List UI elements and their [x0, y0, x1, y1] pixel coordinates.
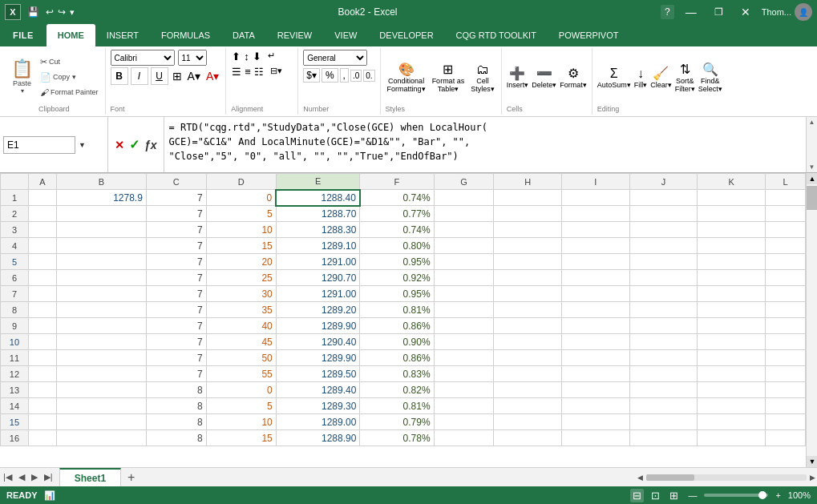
copy-btn[interactable]: 📄Copy ▾ — [38, 71, 100, 84]
cell-b15[interactable] — [56, 414, 146, 430]
cell-l5[interactable] — [766, 254, 806, 270]
cell-h11[interactable] — [494, 350, 562, 366]
cell-e7[interactable]: 1291.00 — [276, 286, 360, 302]
cell-d14[interactable]: 5 — [206, 398, 276, 414]
font-size-select[interactable]: 11 — [178, 50, 207, 66]
cell-c8[interactable]: 7 — [146, 302, 206, 318]
col-header-a[interactable]: A — [28, 174, 56, 190]
cell-g13[interactable] — [434, 382, 494, 398]
cell-e3[interactable]: 1288.30 — [276, 222, 360, 238]
cell-e8[interactable]: 1289.20 — [276, 302, 360, 318]
cell-i5[interactable] — [562, 254, 630, 270]
cell-j14[interactable] — [629, 398, 698, 414]
cell-e13[interactable]: 1289.40 — [276, 382, 360, 398]
cell-l13[interactable] — [766, 382, 806, 398]
paste-btn[interactable]: 📋 Paste ▾ — [8, 57, 36, 96]
spreadsheet-scroll-area[interactable]: A B C D E F G H I J K L — [0, 173, 806, 467]
cell-e4[interactable]: 1289.10 — [276, 238, 360, 254]
cell-d12[interactable]: 55 — [206, 366, 276, 382]
cell-i14[interactable] — [562, 398, 630, 414]
cell-f9[interactable]: 0.86% — [360, 318, 434, 334]
cell-e14[interactable]: 1289.30 — [276, 398, 360, 414]
help-btn[interactable]: ? — [661, 5, 674, 19]
cell-j16[interactable] — [629, 430, 698, 446]
increase-decimal-btn[interactable]: .0 — [350, 70, 362, 82]
format-cells-btn[interactable]: ⚙Format▾ — [560, 66, 587, 89]
cell-i15[interactable] — [562, 414, 630, 430]
cell-f7[interactable]: 0.95% — [360, 286, 434, 302]
cell-c7[interactable]: 7 — [146, 286, 206, 302]
insert-function-btn[interactable]: ƒx — [144, 139, 157, 151]
cell-b10[interactable] — [56, 334, 146, 350]
cell-h9[interactable] — [494, 318, 562, 334]
cell-l8[interactable] — [766, 302, 806, 318]
cell-l16[interactable] — [766, 430, 806, 446]
col-header-g[interactable]: G — [434, 174, 494, 190]
cell-j2[interactable] — [629, 206, 698, 222]
cell-h4[interactable] — [494, 238, 562, 254]
cell-g12[interactable] — [434, 366, 494, 382]
cell-a5[interactable] — [28, 254, 56, 270]
cell-j10[interactable] — [629, 334, 698, 350]
format-table-btn[interactable]: ⊞Format asTable▾ — [431, 60, 467, 95]
cell-d4[interactable]: 15 — [206, 238, 276, 254]
formula-scroll-up-btn[interactable]: ▲ — [809, 119, 815, 126]
cell-a13[interactable] — [28, 382, 56, 398]
tab-view[interactable]: VIEW — [323, 24, 368, 46]
col-header-l[interactable]: L — [766, 174, 806, 190]
cell-l7[interactable] — [766, 286, 806, 302]
italic-btn[interactable]: I — [131, 67, 148, 85]
cell-k15[interactable] — [698, 414, 766, 430]
cell-g3[interactable] — [434, 222, 494, 238]
cut-btn[interactable]: ✂Cut — [38, 55, 100, 69]
cell-b9[interactable] — [56, 318, 146, 334]
decrease-decimal-btn[interactable]: 0. — [363, 70, 374, 82]
cell-g15[interactable] — [434, 414, 494, 430]
cell-g10[interactable] — [434, 334, 494, 350]
cell-d1[interactable]: 0 — [206, 190, 276, 206]
confirm-formula-btn[interactable]: ✓ — [129, 137, 140, 152]
sheet-nav-first-btn[interactable]: |◀ — [0, 470, 15, 484]
cell-a7[interactable] — [28, 286, 56, 302]
cell-j6[interactable] — [629, 270, 698, 286]
col-header-j[interactable]: J — [629, 174, 698, 190]
cell-k12[interactable] — [698, 366, 766, 382]
cell-f11[interactable]: 0.86% — [360, 350, 434, 366]
col-header-c[interactable]: C — [146, 174, 206, 190]
cell-l12[interactable] — [766, 366, 806, 382]
cell-e9[interactable]: 1289.90 — [276, 318, 360, 334]
cancel-formula-btn[interactable]: ✕ — [115, 139, 124, 151]
cell-h14[interactable] — [494, 398, 562, 414]
cell-j1[interactable] — [629, 190, 698, 206]
cell-f1[interactable]: 0.74% — [360, 190, 434, 206]
cell-f3[interactable]: 0.74% — [360, 222, 434, 238]
formula-text[interactable]: = RTD("cqg.rtd","StudyData","Close(GCE) … — [169, 120, 801, 169]
cell-f6[interactable]: 0.92% — [360, 270, 434, 286]
save-quick-btn[interactable]: 💾 — [25, 6, 42, 18]
cell-c16[interactable]: 8 — [146, 430, 206, 446]
scroll-thumb[interactable] — [807, 186, 817, 210]
cell-d8[interactable]: 35 — [206, 302, 276, 318]
name-box-input[interactable]: E1 — [3, 136, 75, 154]
cell-b6[interactable] — [56, 270, 146, 286]
cell-a1[interactable] — [28, 190, 56, 206]
cell-l6[interactable] — [766, 270, 806, 286]
col-header-i[interactable]: I — [562, 174, 630, 190]
cell-f10[interactable]: 0.90% — [360, 334, 434, 350]
cell-a2[interactable] — [28, 206, 56, 222]
cell-i10[interactable] — [562, 334, 630, 350]
col-header-h[interactable]: H — [494, 174, 562, 190]
cell-l15[interactable] — [766, 414, 806, 430]
cell-b1[interactable]: 1278.9 — [56, 190, 146, 206]
cell-c15[interactable]: 8 — [146, 414, 206, 430]
cell-g14[interactable] — [434, 398, 494, 414]
cell-b13[interactable] — [56, 382, 146, 398]
cell-k5[interactable] — [698, 254, 766, 270]
cell-c12[interactable]: 7 — [146, 366, 206, 382]
cell-b3[interactable] — [56, 222, 146, 238]
cell-b2[interactable] — [56, 206, 146, 222]
cell-e11[interactable]: 1289.90 — [276, 350, 360, 366]
cell-f16[interactable]: 0.78% — [360, 430, 434, 446]
cell-b4[interactable] — [56, 238, 146, 254]
cell-j5[interactable] — [629, 254, 698, 270]
